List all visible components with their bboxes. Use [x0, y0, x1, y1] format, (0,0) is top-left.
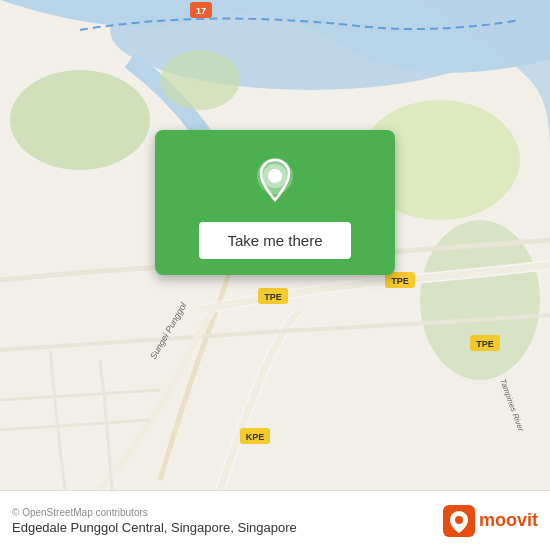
svg-text:TPE: TPE — [476, 339, 494, 349]
svg-point-23 — [455, 516, 463, 524]
moovit-brand-text: moovit — [479, 510, 538, 531]
location-icon-wrapper — [245, 150, 305, 210]
svg-text:TPE: TPE — [391, 276, 409, 286]
svg-point-21 — [270, 169, 280, 179]
action-card: Take me there — [155, 130, 395, 275]
take-me-there-button[interactable]: Take me there — [199, 222, 350, 259]
moovit-brand-icon — [443, 505, 475, 537]
location-pin-icon — [247, 152, 303, 208]
moovit-logo: moovit — [443, 505, 538, 537]
copyright-text: © OpenStreetMap contributors — [12, 507, 297, 518]
svg-point-2 — [10, 70, 150, 170]
bottom-left: © OpenStreetMap contributors Edgedale Pu… — [12, 507, 297, 535]
svg-text:17: 17 — [196, 6, 206, 16]
svg-point-3 — [160, 50, 240, 110]
svg-text:KPE: KPE — [246, 432, 265, 442]
svg-text:TPE: TPE — [264, 292, 282, 302]
map-container: TPE TPE TPE KPE Sungei Punggol 17 Tampin… — [0, 0, 550, 490]
location-name: Edgedale Punggol Central, Singapore, Sin… — [12, 520, 297, 535]
bottom-bar: © OpenStreetMap contributors Edgedale Pu… — [0, 490, 550, 550]
